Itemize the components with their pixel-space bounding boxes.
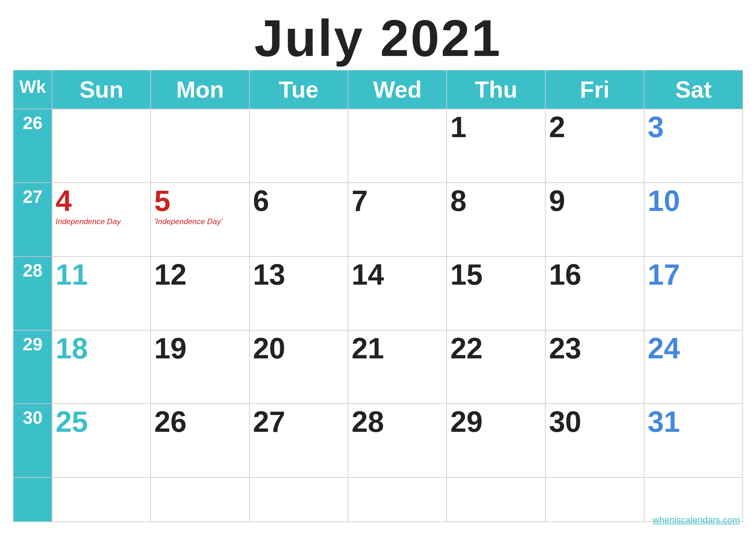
day-cell: 1 [447, 109, 545, 183]
day-number: 19 [154, 334, 246, 363]
day-cell: 31 [644, 404, 743, 477]
day-cell: 19 [150, 330, 249, 404]
holiday-label: Independence Day [56, 217, 147, 226]
header-thu: Thu [447, 70, 545, 109]
day-number: 21 [352, 334, 443, 363]
day-cell: 2 [545, 109, 644, 183]
week-row-29: 2918192021222324 [13, 330, 743, 404]
day-cell: 27 [250, 404, 348, 477]
day-cell: 14 [348, 257, 447, 330]
watermark[interactable]: wheniscalendars.com [653, 515, 740, 525]
calendar-table: Wk Sun Mon Tue Wed Thu Fri Sat 26123274I… [13, 70, 743, 522]
empty-day-cell [348, 477, 447, 522]
day-cell: 5'Independence Day' [150, 183, 249, 257]
day-number: 3 [648, 113, 739, 142]
header-sun: Sun [52, 70, 150, 109]
day-number: 30 [549, 407, 640, 436]
empty-day-cell [545, 477, 644, 522]
day-cell [150, 109, 249, 183]
empty-row [13, 477, 743, 522]
day-cell [52, 109, 150, 183]
wk-number-28: 28 [13, 257, 52, 330]
header-fri: Fri [545, 70, 644, 109]
day-number: 27 [253, 407, 344, 436]
day-cell: 26 [150, 404, 249, 477]
day-number: 14 [352, 260, 443, 289]
day-cell [250, 109, 348, 183]
wk-number-27: 27 [13, 183, 52, 257]
day-cell: 11 [52, 257, 150, 330]
day-number: 23 [549, 334, 640, 363]
day-cell: 18 [52, 330, 150, 404]
wk-number-29: 29 [13, 330, 52, 404]
day-number: 10 [648, 186, 739, 215]
header-wed: Wed [348, 70, 447, 109]
day-cell [348, 109, 447, 183]
week-row-26: 26123 [13, 109, 743, 183]
day-number: 9 [549, 186, 640, 215]
header-mon: Mon [150, 70, 249, 109]
day-cell: 20 [250, 330, 348, 404]
page: July 2021 Wk Sun Mon Tue Wed Thu Fri Sat [0, 0, 756, 535]
day-cell: 29 [447, 404, 545, 477]
day-number: 29 [450, 407, 542, 436]
day-cell: 4Independence Day [52, 183, 150, 257]
wk-empty [13, 477, 52, 522]
day-cell: 21 [348, 330, 447, 404]
day-cell: 3 [644, 109, 743, 183]
day-number: 1 [450, 113, 542, 142]
day-cell: 7 [348, 183, 447, 257]
day-number: 7 [352, 186, 443, 215]
day-cell: 17 [644, 257, 743, 330]
header-sat: Sat [644, 70, 743, 109]
day-cell: 10 [644, 183, 743, 257]
day-cell: 6 [250, 183, 348, 257]
week-row-28: 2811121314151617 [13, 257, 743, 330]
empty-day-cell [52, 477, 150, 522]
day-number: 17 [648, 260, 739, 289]
day-number: 5 [154, 186, 246, 215]
empty-day-cell [250, 477, 348, 522]
page-title: July 2021 [13, 10, 743, 67]
header-tue: Tue [250, 70, 348, 109]
header-wk: Wk [13, 70, 52, 109]
day-cell: 8 [447, 183, 545, 257]
day-cell: 12 [150, 257, 249, 330]
day-number: 2 [549, 113, 640, 142]
day-cell: 9 [545, 183, 644, 257]
day-number: 8 [450, 186, 542, 215]
day-number: 20 [253, 334, 344, 363]
day-number: 26 [154, 407, 246, 436]
day-number: 24 [648, 334, 739, 363]
day-number: 22 [450, 334, 542, 363]
day-cell: 28 [348, 404, 447, 477]
day-number: 4 [56, 186, 147, 215]
week-row-30: 3025262728293031 [13, 404, 743, 477]
day-number: 6 [253, 186, 344, 215]
day-number: 12 [154, 260, 246, 289]
day-cell: 15 [447, 257, 545, 330]
day-cell: 30 [545, 404, 644, 477]
day-number: 15 [450, 260, 542, 289]
week-row-27: 274Independence Day5'Independence Day'67… [13, 183, 743, 257]
empty-day-cell [150, 477, 249, 522]
day-cell: 13 [250, 257, 348, 330]
day-number: 16 [549, 260, 640, 289]
day-number: 28 [352, 407, 443, 436]
wk-number-26: 26 [13, 109, 52, 183]
day-cell: 23 [545, 330, 644, 404]
day-number: 25 [56, 407, 147, 436]
wk-number-30: 30 [13, 404, 52, 477]
day-number: 13 [253, 260, 344, 289]
day-cell: 24 [644, 330, 743, 404]
day-number: 31 [648, 407, 739, 436]
empty-day-cell [447, 477, 545, 522]
header-row: Wk Sun Mon Tue Wed Thu Fri Sat [13, 70, 743, 109]
day-number: 11 [56, 260, 147, 289]
holiday-label: 'Independence Day' [154, 217, 246, 226]
day-cell: 16 [545, 257, 644, 330]
day-number: 18 [56, 334, 147, 363]
day-cell: 22 [447, 330, 545, 404]
day-cell: 25 [52, 404, 150, 477]
